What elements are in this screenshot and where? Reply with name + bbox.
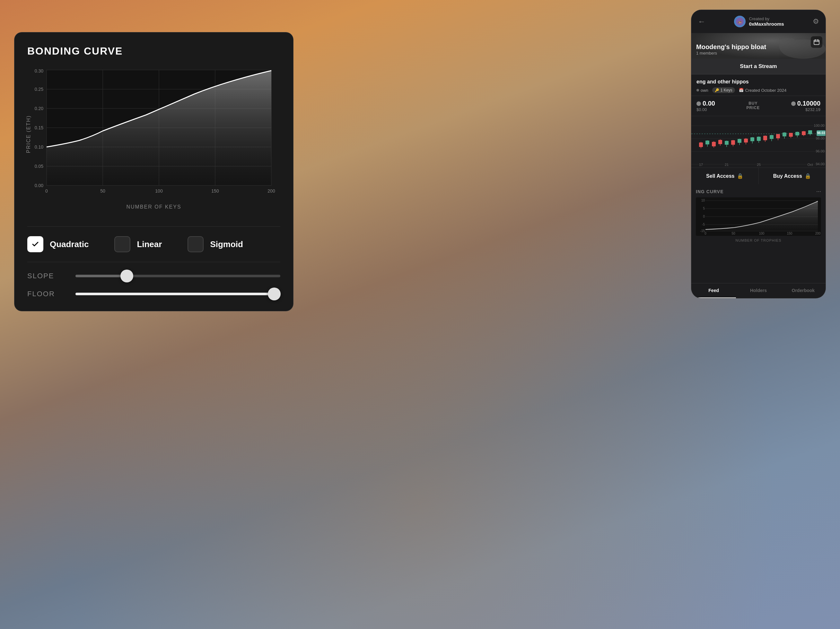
left-price-value: 0.00 <box>696 100 715 107</box>
back-button[interactable]: ← <box>698 17 706 26</box>
price-left: 0.00 $0.00 <box>696 100 715 112</box>
eth-dot-right <box>791 101 796 106</box>
calendar-button[interactable] <box>811 36 822 48</box>
svg-text:🦛: 🦛 <box>737 20 742 24</box>
y-axis-label: PRICE (ETH) <box>26 115 32 153</box>
bonding-curve-chart: 0.00 0.05 0.10 0.15 0.20 0.25 0.30 0 50 … <box>27 67 278 202</box>
left-price-number: 0.00 <box>703 100 715 107</box>
svg-text:98.00: 98.00 <box>816 136 824 140</box>
svg-text:0.25: 0.25 <box>35 87 43 92</box>
more-options-button[interactable]: ··· <box>816 188 821 195</box>
svg-rect-54 <box>718 140 722 144</box>
buy-price-center: BUY PRICE <box>715 100 791 110</box>
community-name: eng and other hippos <box>696 79 820 85</box>
svg-rect-72 <box>776 134 780 138</box>
mini-bonding-svg: 10 5 0 -5 -15 0 50 100 150 200 <box>696 197 821 236</box>
svg-text:-15: -15 <box>700 229 705 233</box>
sell-label: Sell Access <box>706 173 734 179</box>
sell-lock-icon: 🔒 <box>737 173 743 179</box>
keys-count: 1 Keys <box>720 88 733 92</box>
dot-icon <box>696 89 699 91</box>
svg-rect-70 <box>770 135 774 139</box>
price-right: 0.10000 $232.19 <box>791 100 820 112</box>
bottom-tabs: Feed Holders Orderbook <box>692 283 826 298</box>
buy-price-label: BUY <box>715 101 791 106</box>
mini-bonding-section: ING CURVE ··· 10 5 <box>692 184 826 283</box>
tab-holders-label: Holders <box>750 288 767 293</box>
created-label: Created October 2024 <box>745 88 787 93</box>
svg-text:25: 25 <box>757 163 761 167</box>
right-price-number: 0.10000 <box>797 100 820 107</box>
buy-access-button[interactable]: Buy Access 🔒 <box>759 168 826 184</box>
avatar: 🦛 <box>734 16 745 27</box>
created-badge: 📅 Created October 2024 <box>739 88 787 93</box>
svg-text:150: 150 <box>211 188 219 194</box>
start-stream-button[interactable]: Start a Stream <box>692 59 826 74</box>
linear-toggle[interactable] <box>114 236 130 252</box>
slope-thumb[interactable] <box>120 270 133 282</box>
svg-rect-48 <box>699 142 703 147</box>
svg-text:0.15: 0.15 <box>35 125 43 130</box>
calendar-icon <box>814 39 819 45</box>
svg-text:5: 5 <box>703 207 705 210</box>
svg-point-31 <box>788 38 796 46</box>
svg-rect-74 <box>783 132 786 136</box>
floor-slider[interactable] <box>76 293 280 295</box>
svg-rect-56 <box>725 141 729 145</box>
sigmoid-toggle[interactable] <box>188 236 204 252</box>
svg-text:50: 50 <box>731 232 735 235</box>
sliders-section: SLOPE FLOOR <box>27 272 280 298</box>
svg-text:21: 21 <box>725 163 729 167</box>
svg-text:Oct: Oct <box>807 163 813 167</box>
sell-access-button[interactable]: Sell Access 🔒 <box>692 168 759 184</box>
buy-price-label2: PRICE <box>715 106 791 110</box>
svg-point-30 <box>780 38 788 46</box>
creator-info: 🦛 Created by 0xMaxshrooms <box>734 16 784 27</box>
slope-slider[interactable] <box>76 275 280 277</box>
svg-rect-76 <box>789 133 793 137</box>
creator-name-block: Created by 0xMaxshrooms <box>749 16 784 27</box>
tab-orderbook[interactable]: Orderbook <box>781 283 826 298</box>
mini-chart-area: 10 5 0 -5 -15 0 50 100 150 200 NUMBER OF… <box>696 197 821 279</box>
app-header: ← 🦛 Created by 0xMaxshrooms ⚙ <box>692 10 826 33</box>
svg-text:94.00: 94.00 <box>816 162 824 166</box>
price-badge: 98.03 <box>817 131 825 135</box>
svg-rect-62 <box>744 139 748 142</box>
own-label: own <box>701 88 708 93</box>
hero-area: Moodeng's hippo bloat 1 members <box>692 33 826 59</box>
right-price-usd: $232.19 <box>805 107 820 112</box>
svg-rect-80 <box>802 131 806 135</box>
svg-text:0.05: 0.05 <box>35 164 43 169</box>
mini-x-axis-label: NUMBER OF TROPHIES <box>696 238 821 242</box>
chart-inner: PRICE (ETH) <box>27 67 280 202</box>
svg-text:0: 0 <box>704 232 706 235</box>
own-badge: own <box>696 88 708 93</box>
svg-text:0: 0 <box>45 188 48 194</box>
buy-label: Buy Access <box>773 173 802 179</box>
calendar-small-icon: 📅 <box>739 88 744 92</box>
svg-text:0.20: 0.20 <box>35 106 43 111</box>
sigmoid-option[interactable]: Sigmoid <box>188 236 243 252</box>
svg-text:100: 100 <box>155 188 163 194</box>
room-title-overlay: Moodeng's hippo bloat 1 members <box>696 43 766 55</box>
svg-text:0.30: 0.30 <box>35 68 43 74</box>
tab-holders[interactable]: Holders <box>736 283 781 298</box>
svg-text:0: 0 <box>703 215 705 218</box>
quadratic-toggle[interactable] <box>27 236 43 252</box>
settings-button[interactable]: ⚙ <box>813 17 819 26</box>
linear-label: Linear <box>137 240 162 249</box>
eth-dot-left <box>696 101 701 106</box>
linear-option[interactable]: Linear <box>114 236 162 252</box>
key-icon: 🔑 <box>715 88 719 92</box>
svg-text:200: 200 <box>815 232 821 235</box>
quadratic-option[interactable]: Quadratic <box>27 236 88 252</box>
mobile-app-panel: ← 🦛 Created by 0xMaxshrooms ⚙ <box>691 9 826 298</box>
svg-text:100.00: 100.00 <box>814 123 824 128</box>
svg-text:-5: -5 <box>702 223 705 226</box>
floor-thumb[interactable] <box>268 287 281 300</box>
tab-feed[interactable]: Feed <box>692 283 736 298</box>
mini-section-header: ING CURVE ··· <box>696 188 821 195</box>
room-name: Moodeng's hippo bloat <box>696 43 766 51</box>
floor-label: FLOOR <box>27 290 66 298</box>
access-buttons: Sell Access 🔒 Buy Access 🔒 <box>692 167 826 184</box>
